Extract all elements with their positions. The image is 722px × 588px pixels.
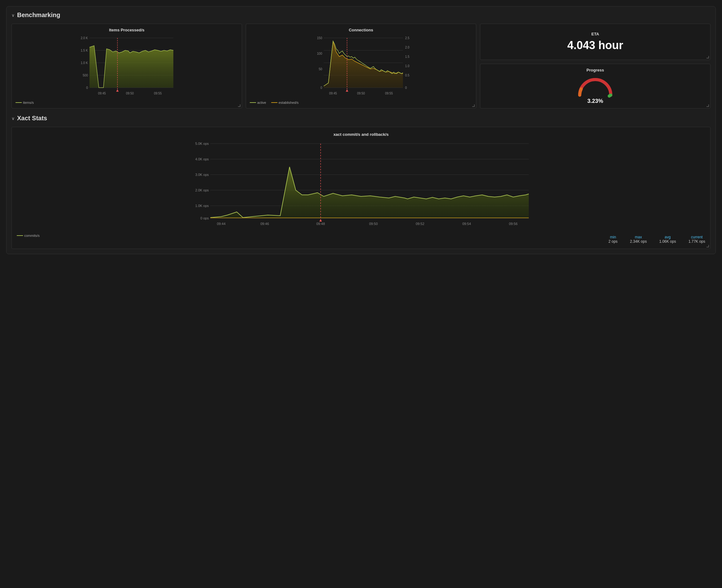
xact-legend: commits/s [17, 234, 40, 237]
svg-text:0: 0 [86, 86, 88, 89]
stats-min-col: min 2 ops [609, 235, 618, 244]
stats-footer: min 2 ops max 2.34K ops avg 1.06K ops cu… [609, 234, 705, 244]
commits-legend-line [17, 235, 23, 236]
benchmarking-title: Benchmarking [17, 12, 60, 19]
progress-gauge [577, 75, 614, 97]
xact-bottom-row: commits/s min 2 ops max 2.34K ops avg 1.… [17, 231, 705, 244]
stats-current-col: current 1.77K ops [688, 235, 705, 244]
connections-chart-area: 150 100 50 0 2.5 2.0 1.5 1.0 0.5 0 [250, 35, 472, 98]
progress-panel: Progress 3.23% [480, 64, 710, 108]
svg-text:09:45: 09:45 [98, 92, 106, 95]
svg-text:1.0: 1.0 [405, 64, 409, 68]
stats-max-value: 2.34K ops [630, 239, 647, 244]
xact-chevron-icon[interactable]: ∨ [12, 116, 15, 121]
svg-text:3.0K ops: 3.0K ops [195, 173, 209, 176]
benchmarking-section-header: ∨ Benchmarking [12, 12, 710, 19]
svg-text:1.5: 1.5 [405, 55, 409, 58]
svg-text:0 ops: 0 ops [200, 216, 209, 220]
svg-text:09:54: 09:54 [462, 222, 471, 226]
xact-stats-section: ∨ Xact Stats xact commit/s and rollback/… [12, 115, 710, 249]
eta-title: ETA [591, 32, 599, 36]
xact-section-header: ∨ Xact Stats [12, 115, 710, 122]
svg-text:2.5: 2.5 [405, 36, 409, 40]
svg-text:09:52: 09:52 [416, 222, 424, 226]
progress-value: 3.23% [587, 98, 603, 104]
established-legend-label: established/s [279, 101, 299, 104]
svg-text:2.0K ops: 2.0K ops [195, 188, 209, 192]
eta-value: 4.043 hour [567, 39, 623, 52]
svg-text:2.0: 2.0 [405, 46, 409, 49]
svg-text:500: 500 [83, 74, 88, 77]
stats-current-label: current [688, 235, 705, 239]
active-legend-item: active [250, 101, 266, 104]
svg-text:1.5 K: 1.5 K [81, 49, 88, 52]
svg-text:100: 100 [317, 52, 322, 55]
items-processed-chart-panel: Items Processed/s 2.0 K 1.5 K 1.0 K 500 … [12, 24, 242, 108]
active-legend-label: active [257, 101, 266, 104]
xact-chart-resize-handle[interactable] [706, 245, 709, 247]
right-panels: ETA 4.043 hour Progress [480, 24, 710, 108]
stats-avg-col: avg 1.06K ops [659, 235, 676, 244]
progress-title: Progress [587, 68, 604, 72]
svg-text:0: 0 [405, 86, 407, 89]
svg-text:2.0 K: 2.0 K [81, 36, 88, 40]
items-chart-resize-handle[interactable] [238, 104, 240, 107]
xact-title: Xact Stats [17, 115, 47, 122]
xact-chart-title: xact commit/s and rollback/s [17, 132, 705, 137]
commits-legend-label: commits/s [24, 234, 40, 237]
svg-text:0.5: 0.5 [405, 74, 409, 77]
stats-avg-value: 1.06K ops [659, 239, 676, 244]
svg-text:09:50: 09:50 [369, 222, 378, 226]
stats-max-label: max [630, 235, 647, 239]
svg-text:09:45: 09:45 [329, 92, 337, 95]
xact-chart-svg: 5.0K ops 4.0K ops 3.0K ops 2.0K ops 1.0K… [17, 141, 705, 228]
stats-min-value: 2 ops [609, 239, 618, 244]
connections-chart-resize-handle[interactable] [472, 104, 475, 107]
established-legend-line [271, 102, 277, 103]
svg-marker-31 [324, 41, 403, 88]
connections-chart-panel: Connections 150 100 50 0 2.5 2.0 [246, 24, 476, 108]
items-chart-svg: 2.0 K 1.5 K 1.0 K 500 0 [16, 35, 238, 97]
stats-current-value: 1.77K ops [688, 239, 705, 244]
eta-panel: ETA 4.043 hour [480, 24, 710, 60]
stats-max-col: max 2.34K ops [630, 235, 647, 244]
svg-text:1.0K ops: 1.0K ops [195, 204, 209, 208]
benchmarking-chevron-icon[interactable]: ∨ [12, 13, 15, 18]
svg-text:09:48: 09:48 [316, 222, 325, 226]
svg-text:09:44: 09:44 [217, 222, 226, 226]
stats-min-label: min [609, 235, 618, 239]
xact-chart-panel: xact commit/s and rollback/s 5.0K ops 4.… [12, 127, 710, 249]
items-chart-legend: items/s [16, 101, 238, 104]
items-legend-label: items/s [23, 101, 34, 104]
svg-text:09:56: 09:56 [509, 222, 517, 226]
items-legend-line [16, 102, 22, 103]
items-chart-area: 2.0 K 1.5 K 1.0 K 500 0 [16, 35, 238, 98]
progress-resize-handle[interactable] [706, 104, 709, 107]
active-legend-line [250, 102, 256, 103]
svg-text:09:50: 09:50 [126, 92, 133, 95]
gauge-svg [577, 75, 614, 98]
connections-chart-title: Connections [250, 28, 472, 32]
svg-text:09:46: 09:46 [260, 222, 269, 226]
svg-text:50: 50 [319, 67, 322, 71]
items-legend-item: items/s [16, 101, 34, 104]
svg-text:0: 0 [320, 86, 322, 89]
svg-text:1.0 K: 1.0 K [81, 61, 88, 65]
svg-marker-52 [319, 219, 322, 222]
svg-marker-33 [346, 89, 348, 92]
svg-marker-12 [116, 89, 119, 92]
eta-resize-handle[interactable] [706, 56, 709, 58]
connections-chart-legend: active established/s [250, 101, 472, 104]
svg-text:150: 150 [317, 36, 322, 40]
dashboard-container: ∨ Benchmarking Items Processed/s 2.0 K 1… [6, 6, 716, 254]
svg-text:4.0K ops: 4.0K ops [195, 157, 209, 161]
connections-chart-svg: 150 100 50 0 2.5 2.0 1.5 1.0 0.5 0 [250, 35, 472, 97]
svg-text:09:55: 09:55 [385, 92, 393, 95]
svg-text:09:55: 09:55 [154, 92, 162, 95]
established-legend-item: established/s [271, 101, 299, 104]
items-chart-title: Items Processed/s [16, 28, 238, 32]
svg-text:5.0K ops: 5.0K ops [195, 142, 209, 145]
svg-text:09:50: 09:50 [357, 92, 365, 95]
stats-avg-label: avg [659, 235, 676, 239]
benchmarking-grid: Items Processed/s 2.0 K 1.5 K 1.0 K 500 … [12, 24, 710, 108]
